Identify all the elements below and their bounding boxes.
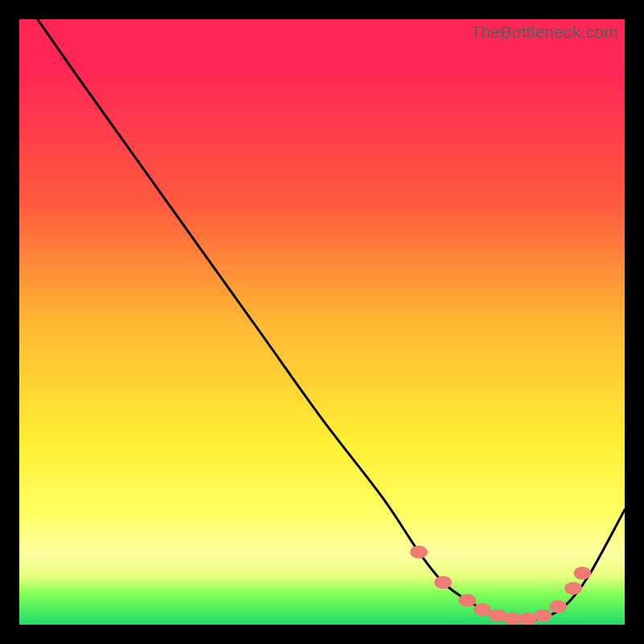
flat-zone-dot [535, 609, 552, 622]
flat-zone-dot [504, 613, 522, 625]
flat-zone-dot [410, 546, 427, 559]
bottleneck-curve-path [38, 19, 625, 620]
watermark-text: TheBottleneck.com [471, 23, 618, 42]
flat-zone-dot [573, 567, 591, 580]
flat-zone-dot [564, 582, 582, 595]
flat-zone-dot [519, 613, 537, 625]
chart-svg [19, 19, 625, 625]
flat-zone-dot [549, 600, 567, 613]
chart-plot-area: TheBottleneck.com [19, 19, 625, 625]
flat-zone-dot [489, 609, 506, 622]
flat-zone-dot [473, 603, 491, 616]
flat-zone-dot-group [410, 546, 591, 625]
flat-zone-dot [459, 594, 477, 607]
flat-zone-dot [434, 576, 452, 588]
